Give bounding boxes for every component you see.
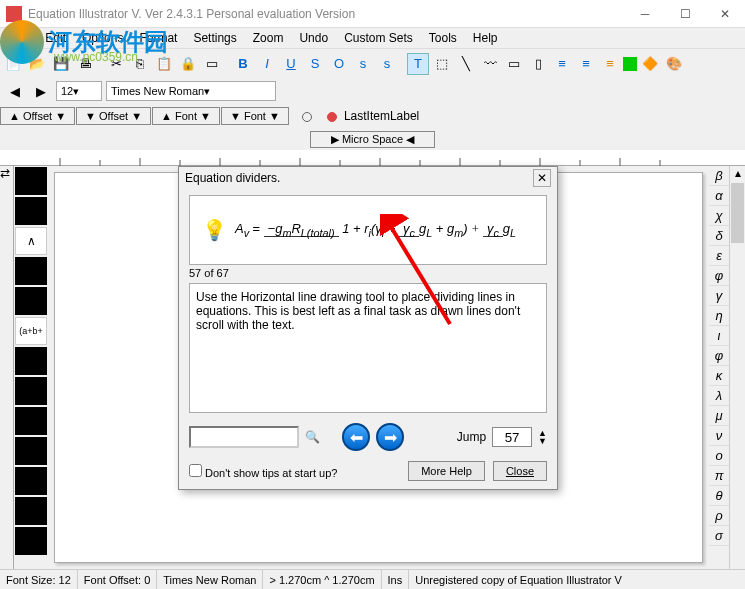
- greek-chi[interactable]: χ: [709, 206, 729, 226]
- greek-kappa[interactable]: κ: [709, 366, 729, 386]
- prev-tip-button[interactable]: ⬅: [342, 423, 370, 451]
- menu-format[interactable]: Format: [133, 29, 183, 47]
- close-button[interactable]: ✕: [705, 0, 745, 28]
- align-left-icon[interactable]: ≡: [551, 53, 573, 75]
- align-center-icon[interactable]: ≡: [575, 53, 597, 75]
- nav-next-icon[interactable]: ▶: [30, 80, 52, 102]
- pal-item[interactable]: [15, 527, 47, 555]
- greek-theta[interactable]: θ: [709, 486, 729, 506]
- greek-palette: β α χ δ ε φ γ η ι φ κ λ μ ν ο π θ ρ σ: [709, 166, 729, 569]
- text-tool-icon[interactable]: T: [407, 53, 429, 75]
- micro-space-button[interactable]: ▶ Micro Space ◀: [310, 131, 435, 148]
- menu-zoom[interactable]: Zoom: [247, 29, 290, 47]
- palette-icon[interactable]: 🎨: [663, 53, 685, 75]
- pal-item[interactable]: [15, 377, 47, 405]
- menu-undo[interactable]: Undo: [293, 29, 334, 47]
- maximize-button[interactable]: ☐: [665, 0, 705, 28]
- menu-file[interactable]: File: [4, 29, 35, 47]
- curve-icon[interactable]: 〰: [479, 53, 501, 75]
- pal-item[interactable]: [15, 497, 47, 525]
- smallcaps-icon[interactable]: s: [352, 53, 374, 75]
- equation: Av = −gmRL(total) 1 + ri(γi + γcgL + gm)…: [235, 221, 516, 239]
- select-icon[interactable]: ⬚: [431, 53, 453, 75]
- greek-varphi[interactable]: φ: [709, 346, 729, 366]
- menu-tools[interactable]: Tools: [423, 29, 463, 47]
- greek-alpha[interactable]: α: [709, 186, 729, 206]
- search-icon[interactable]: 🔍: [305, 430, 320, 444]
- menu-options[interactable]: Options: [76, 29, 129, 47]
- new-icon[interactable]: 📄: [2, 53, 24, 75]
- offset-down-button[interactable]: ▼ Offset ▼: [76, 107, 151, 125]
- app-icon: [6, 6, 22, 22]
- tip-text[interactable]: Use the Horizontal line drawing tool to …: [189, 283, 547, 413]
- page-icon[interactable]: ▭: [201, 53, 223, 75]
- greek-sigma[interactable]: σ: [709, 526, 729, 546]
- blank-icon[interactable]: ▯: [527, 53, 549, 75]
- next-tip-button[interactable]: ➡: [376, 423, 404, 451]
- open-icon[interactable]: 📂: [26, 53, 48, 75]
- underline-icon[interactable]: U: [280, 53, 302, 75]
- pal-item-and[interactable]: ∧: [15, 227, 47, 255]
- minimize-button[interactable]: ─: [625, 0, 665, 28]
- color1-icon[interactable]: [623, 57, 637, 71]
- greek-rho[interactable]: ρ: [709, 506, 729, 526]
- greek-beta[interactable]: β: [709, 166, 729, 186]
- jump-spinner[interactable]: ▲▼: [538, 429, 547, 445]
- greek-epsilon[interactable]: ε: [709, 246, 729, 266]
- lock-icon[interactable]: 🔒: [177, 53, 199, 75]
- paste-icon[interactable]: 📋: [153, 53, 175, 75]
- strike-icon[interactable]: S: [304, 53, 326, 75]
- greek-mu[interactable]: μ: [709, 406, 729, 426]
- dont-show-checkbox[interactable]: Don't show tips at start up?: [189, 464, 337, 479]
- overline-icon[interactable]: O: [328, 53, 350, 75]
- dialog-close-icon[interactable]: ✕: [533, 169, 551, 187]
- font-up-button[interactable]: ▲ Font ▼: [152, 107, 220, 125]
- greek-delta[interactable]: δ: [709, 226, 729, 246]
- fontsize-combo[interactable]: 12 ▾: [56, 81, 102, 101]
- line-icon[interactable]: ╲: [455, 53, 477, 75]
- offset-up-button[interactable]: ▲ Offset ▼: [0, 107, 75, 125]
- menu-settings[interactable]: Settings: [187, 29, 242, 47]
- more-help-button[interactable]: More Help: [408, 461, 485, 481]
- nav-prev-icon[interactable]: ◀: [4, 80, 26, 102]
- radio-b[interactable]: [327, 109, 340, 123]
- align-list-icon[interactable]: ≡: [599, 53, 621, 75]
- greek-pi[interactable]: π: [709, 466, 729, 486]
- color2-icon[interactable]: 🔶: [639, 53, 661, 75]
- ruler-horizontal[interactable]: [0, 150, 745, 166]
- pal-item-expr[interactable]: (a+b+: [15, 317, 47, 345]
- search-input[interactable]: [189, 426, 299, 448]
- rect-icon[interactable]: ▭: [503, 53, 525, 75]
- radio-a[interactable]: [302, 109, 315, 123]
- jump-input[interactable]: [492, 427, 532, 447]
- toolbar-font: ◀ ▶ 12 ▾ Times New Roman ▾: [0, 78, 745, 104]
- menu-edit[interactable]: Edit: [39, 29, 72, 47]
- greek-eta[interactable]: η: [709, 306, 729, 326]
- subscript-icon[interactable]: s: [376, 53, 398, 75]
- greek-omicron[interactable]: ο: [709, 446, 729, 466]
- greek-nu[interactable]: ν: [709, 426, 729, 446]
- menu-help[interactable]: Help: [467, 29, 504, 47]
- equation-preview: 💡 Av = −gmRL(total) 1 + ri(γi + γcgL + g…: [189, 195, 547, 265]
- pal-item[interactable]: [15, 407, 47, 435]
- close-button[interactable]: Close: [493, 461, 547, 481]
- italic-icon[interactable]: I: [256, 53, 278, 75]
- greek-gamma[interactable]: γ: [709, 286, 729, 306]
- scrollbar-vertical[interactable]: ▴: [729, 166, 745, 569]
- fontname-combo[interactable]: Times New Roman ▾: [106, 81, 276, 101]
- pal-item[interactable]: [15, 257, 47, 285]
- greek-iota[interactable]: ι: [709, 326, 729, 346]
- pal-item[interactable]: [15, 167, 47, 195]
- bold-icon[interactable]: B: [232, 53, 254, 75]
- greek-phi[interactable]: φ: [709, 266, 729, 286]
- menu-custom-sets[interactable]: Custom Sets: [338, 29, 419, 47]
- greek-lambda[interactable]: λ: [709, 386, 729, 406]
- pal-item[interactable]: [15, 347, 47, 375]
- pal-item[interactable]: [15, 437, 47, 465]
- pal-item[interactable]: [15, 197, 47, 225]
- dialog-titlebar[interactable]: Equation dividers. ✕: [179, 167, 557, 189]
- pal-item[interactable]: [15, 467, 47, 495]
- ruler-vertical[interactable]: ⇄: [0, 166, 14, 569]
- pal-item[interactable]: [15, 287, 47, 315]
- font-down-button[interactable]: ▼ Font ▼: [221, 107, 289, 125]
